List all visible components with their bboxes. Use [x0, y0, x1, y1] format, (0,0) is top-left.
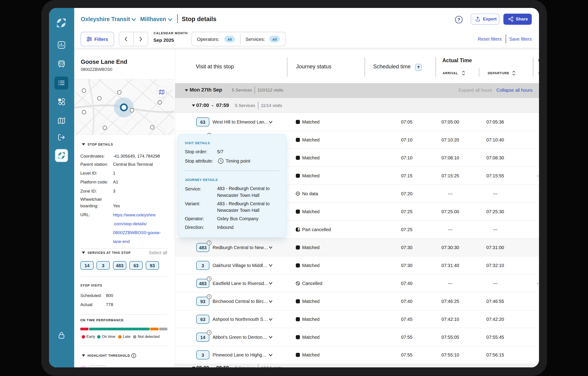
- svg-text:?: ?: [457, 17, 460, 22]
